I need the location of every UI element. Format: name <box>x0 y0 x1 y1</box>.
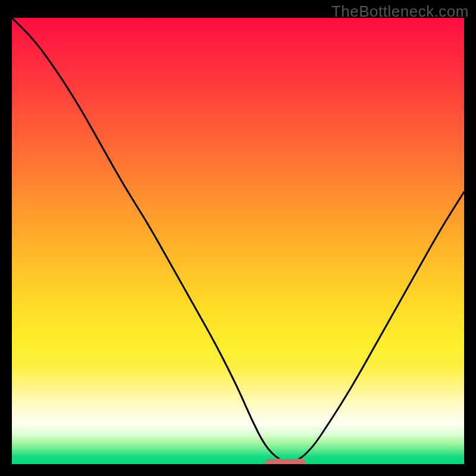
minimum-marker <box>265 459 306 464</box>
plot-area <box>12 18 464 464</box>
curve-path <box>12 18 464 462</box>
watermark-text: TheBottleneck.com <box>331 2 469 21</box>
chart-frame: TheBottleneck.com <box>0 0 476 476</box>
bottleneck-curve <box>12 18 464 464</box>
